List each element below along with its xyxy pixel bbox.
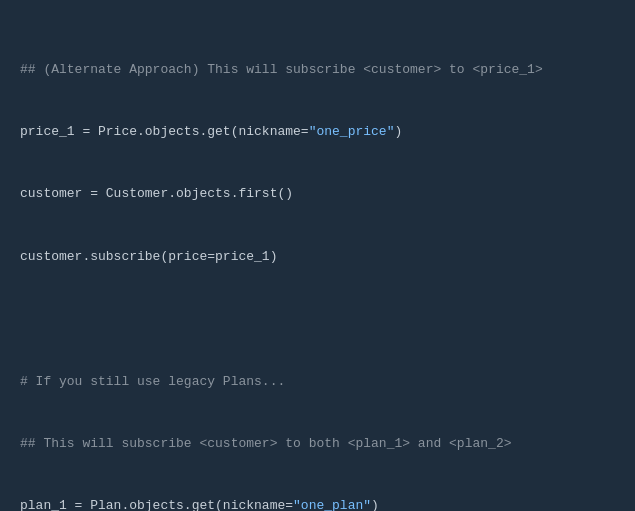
code-line-2: price_1 = Price.objects.get(nickname="on… xyxy=(20,122,615,143)
comment-line-1: ## (Alternate Approach) This will subscr… xyxy=(20,60,615,81)
comment-line-2: # If you still use legacy Plans... xyxy=(20,372,615,393)
code-line-4: customer.subscribe(price=price_1) xyxy=(20,247,615,268)
code-block-1: ## (Alternate Approach) This will subscr… xyxy=(0,0,635,511)
comment-line-3: ## This will subscribe <customer> to bot… xyxy=(20,434,615,455)
blank-line-1 xyxy=(20,309,615,330)
code-line-5: plan_1 = Plan.objects.get(nickname="one_… xyxy=(20,496,615,511)
code-line-3: customer = Customer.objects.first() xyxy=(20,184,615,205)
